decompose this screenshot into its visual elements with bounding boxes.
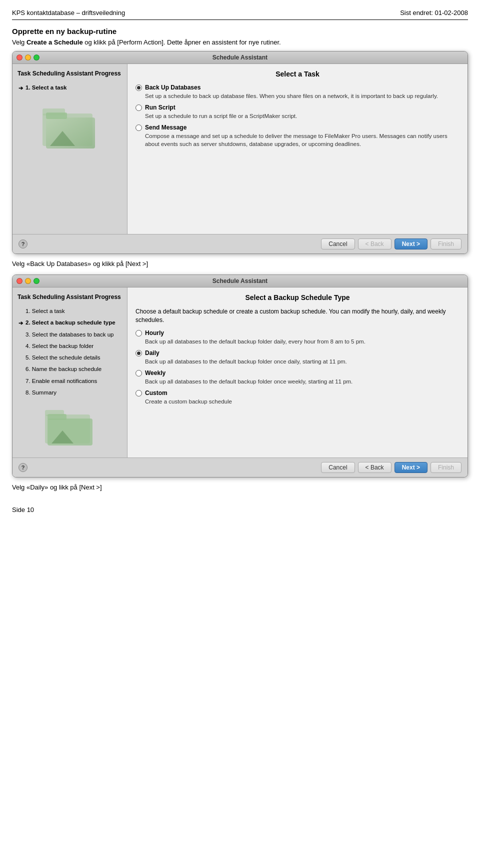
- doc-title: KPS kontaktdatabase – driftsveiledning: [12, 9, 125, 16]
- next-button-1[interactable]: Next >: [394, 238, 428, 250]
- dialog-select-schedule-type: Schedule Assistant Task Scheduling Assis…: [12, 274, 468, 478]
- sidebar-item-7: 7. Enable email notifications: [18, 376, 122, 387]
- help-area-2: ?: [18, 463, 28, 472]
- next-button-2[interactable]: Next >: [394, 462, 428, 473]
- doc-date: Sist endret: 01-02-2008: [400, 9, 468, 16]
- arrow-icon: ➔: [18, 84, 23, 92]
- minimize-btn-2[interactable]: [25, 278, 31, 284]
- radio-custom[interactable]: [136, 390, 142, 396]
- dialog1-footer: ? Cancel < Back Next > Finish: [12, 234, 468, 254]
- caption-2: Velg «Daily» og likk på [Next >]: [12, 484, 468, 491]
- help-button-2[interactable]: ?: [18, 463, 28, 472]
- sidebar-item-1: 1. Select a task: [18, 306, 122, 317]
- page-number: Side 10: [12, 506, 34, 514]
- close-btn-2[interactable]: [16, 278, 22, 284]
- sidebar-item-4: 4. Select the backup folder: [18, 340, 122, 352]
- sidebar-item-8: 8. Summary: [18, 387, 122, 398]
- arrow-icon-2: ➔: [18, 319, 23, 328]
- folder-svg: [40, 98, 100, 154]
- sidebar-item-6: 6. Name the backup schedule: [18, 364, 122, 375]
- dialog1-main-title: Select a Task: [136, 70, 460, 78]
- dialog-select-task: Schedule Assistant Task Scheduling Assis…: [12, 51, 468, 254]
- svg-rect-3: [46, 112, 67, 119]
- cancel-button-1[interactable]: Cancel: [321, 238, 354, 250]
- page-header: KPS kontaktdatabase – driftsveiledning S…: [12, 9, 468, 20]
- sidebar-item-3: 3. Select the databases to back up: [18, 329, 122, 340]
- desc-hourly: Back up all databases to the default bac…: [145, 338, 460, 346]
- radio-hourly[interactable]: [136, 330, 142, 336]
- folder-graphic: [18, 98, 122, 154]
- sidebar-item-5: 5. Select the schedule details: [18, 352, 122, 364]
- window-controls: [16, 54, 40, 60]
- svg-rect-8: [48, 414, 66, 420]
- dialog2-body: Task Scheduling Assistant Progress 1. Se…: [12, 288, 468, 458]
- maximize-btn-2[interactable]: [34, 278, 40, 284]
- dialog1-titlebar: Schedule Assistant: [12, 52, 468, 64]
- option-weekly[interactable]: Weekly Back up all databases to the defa…: [136, 370, 460, 386]
- dialog2-sidebar: Task Scheduling Assistant Progress 1. Se…: [12, 288, 128, 458]
- dialog1-sidebar-title: Task Scheduling Assistant Progress: [18, 70, 122, 77]
- option-send-message[interactable]: Send Message Compose a message and set u…: [136, 124, 460, 148]
- window-controls-2: [16, 278, 40, 284]
- back-button-2[interactable]: < Back: [358, 462, 392, 473]
- option-hourly[interactable]: Hourly Back up all databases to the defa…: [136, 330, 460, 346]
- radio-backup-db[interactable]: [136, 84, 142, 91]
- cancel-button-2[interactable]: Cancel: [321, 462, 354, 473]
- desc-custom: Create a custom backup schedule: [145, 398, 460, 406]
- folder-graphic-2: [18, 404, 122, 448]
- desc-daily: Back up all databases to the default bac…: [145, 358, 460, 366]
- page-footer: Side 10: [12, 506, 468, 514]
- radio-weekly[interactable]: [136, 370, 142, 376]
- finish-button-1[interactable]: Finish: [430, 238, 462, 250]
- help-button[interactable]: ?: [18, 240, 28, 248]
- folder-svg-2: [42, 404, 98, 448]
- option-custom[interactable]: Custom Create a custom backup schedule: [136, 390, 460, 406]
- sidebar-item-select-task: ➔ 1. Select a task: [18, 82, 122, 94]
- sidebar-item-2: ➔ 2. Select a backup schedule type: [18, 317, 122, 328]
- dialog2-main-title: Select a Backup Schedule Type: [136, 294, 460, 302]
- back-button-1[interactable]: < Back: [358, 238, 392, 250]
- dialog2-main: Select a Backup Schedule Type Choose a d…: [128, 288, 468, 458]
- caption-1: Velg «Back Up Databases» og klikk på [Ne…: [12, 260, 468, 268]
- option-backup-db[interactable]: Back Up Databases Set up a schedule to b…: [136, 84, 460, 100]
- dialog2-footer: ? Cancel < Back Next > Finish: [12, 458, 468, 477]
- desc-send-message: Compose a message and set up a schedule …: [145, 132, 460, 148]
- option-daily[interactable]: Daily Back up all databases to the defau…: [136, 350, 460, 366]
- radio-run-script[interactable]: [136, 104, 142, 111]
- dialog1-main: Select a Task Back Up Databases Set up a…: [128, 64, 468, 234]
- dialog1-sidebar: Task Scheduling Assistant Progress ➔ 1. …: [12, 64, 128, 234]
- dialog2-intro: Choose a default backup schedule or crea…: [136, 308, 460, 324]
- radio-daily[interactable]: [136, 350, 142, 356]
- desc-run-script: Set up a schedule to run a script file o…: [145, 112, 460, 120]
- option-run-script[interactable]: Run Script Set up a schedule to run a sc…: [136, 104, 460, 120]
- close-btn[interactable]: [16, 54, 22, 60]
- section-intro-text: Velg Create a Schedule og klikk på [Perf…: [12, 38, 468, 46]
- desc-backup-db: Set up a schedule to back up database fi…: [145, 92, 460, 100]
- maximize-btn[interactable]: [34, 54, 40, 60]
- dialog1-title: Schedule Assistant: [18, 54, 462, 61]
- dialog2-title: Schedule Assistant: [18, 278, 462, 284]
- minimize-btn[interactable]: [25, 54, 31, 60]
- dialog2-sidebar-title: Task Scheduling Assistant Progress: [18, 294, 122, 300]
- dialog1-body: Task Scheduling Assistant Progress ➔ 1. …: [12, 64, 468, 234]
- finish-button-2[interactable]: Finish: [430, 462, 462, 473]
- desc-weekly: Back up all databases to the default bac…: [145, 378, 460, 386]
- dialog2-titlebar: Schedule Assistant: [12, 275, 468, 288]
- section-heading-1: Opprette en ny backup-rutine: [12, 27, 468, 36]
- radio-send-message[interactable]: [136, 124, 142, 131]
- help-area: ?: [18, 240, 28, 248]
